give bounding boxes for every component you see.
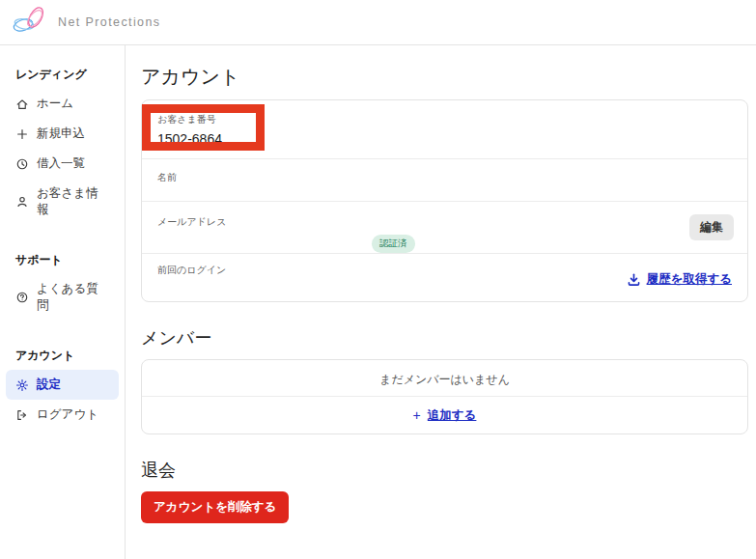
members-card: まだメンバーはいません + 追加する (141, 359, 748, 434)
account-section-title: アカウント (141, 65, 748, 89)
verified-badge: 認証済 (372, 235, 415, 253)
sidebar-item-new-application[interactable]: 新規申込 (0, 119, 125, 149)
brand-logo[interactable]: Net Protections (10, 4, 160, 41)
edit-email-button[interactable]: 編集 (689, 214, 734, 240)
name-label: 名前 (157, 171, 732, 184)
sidebar-section-support: サポート (0, 246, 125, 274)
sidebar-item-label: よくある質問 (37, 281, 109, 314)
sidebar-item-label: ホーム (37, 96, 73, 112)
sidebar-item-loan-list[interactable]: 借入一覧 (0, 149, 125, 179)
customer-number-value: 1502-6864 (157, 131, 732, 147)
plus-icon (15, 127, 29, 141)
add-member-row[interactable]: + 追加する (142, 397, 747, 433)
sidebar-section-lending: レンディング (0, 61, 125, 89)
members-empty-message: まだメンバーはいません (142, 360, 747, 397)
net-protections-logo-icon (10, 4, 52, 41)
gear-icon (15, 378, 29, 392)
download-icon (627, 272, 641, 287)
sidebar-item-customer-info[interactable]: お客さま情報 (0, 179, 125, 225)
sidebar-section-account: アカウント (0, 342, 125, 370)
sidebar-item-label: 新規申込 (37, 126, 85, 142)
sidebar-item-faq[interactable]: よくある質問 (0, 274, 125, 321)
sidebar-item-label: ログアウト (37, 406, 98, 423)
question-icon (15, 291, 29, 304)
plus-icon: + (413, 407, 421, 423)
email-row: メールアドレス 認証済 編集 (142, 202, 747, 254)
account-card: お客さま番号 1502-6864 名前 メールアドレス 認証済 編集 前回のログ… (141, 99, 748, 302)
sidebar-item-logout[interactable]: ログアウト (0, 400, 125, 430)
email-label: メールアドレス (157, 215, 732, 229)
customer-number-row: お客さま番号 1502-6864 (142, 100, 747, 159)
sidebar-item-settings[interactable]: 設定 (6, 370, 119, 400)
get-history-link[interactable]: 履歴を取得する (627, 271, 732, 288)
name-row: 名前 (142, 159, 747, 202)
members-section-title: メンバー (141, 327, 748, 349)
get-history-link-label: 履歴を取得する (647, 271, 732, 288)
top-header: Net Protections (0, 0, 756, 45)
sidebar-item-label: 借入一覧 (37, 155, 85, 172)
person-icon (15, 195, 29, 209)
delete-account-button[interactable]: アカウントを削除する (141, 491, 289, 523)
home-icon (15, 98, 29, 111)
add-member-link[interactable]: 追加する (428, 407, 477, 424)
sidebar-item-label: 設定 (37, 377, 61, 393)
last-login-row: 前回のログイン 履歴を取得する (142, 254, 747, 301)
clock-icon (15, 157, 29, 171)
brand-name: Net Protections (58, 15, 160, 29)
customer-number-label: お客さま番号 (157, 113, 732, 126)
withdrawal-section-title: 退会 (141, 460, 748, 482)
sidebar-item-label: お客さま情報 (37, 185, 109, 218)
logout-icon (15, 408, 29, 422)
sidebar-item-home[interactable]: ホーム (0, 89, 125, 119)
main-content: アカウント お客さま番号 1502-6864 名前 メールアドレス 認証済 編集… (141, 45, 748, 523)
sidebar-nav: レンディング ホーム 新規申込 借入一覧 (0, 45, 126, 559)
settings-page: Net Protections レンディング ホーム 新規申込 借 (0, 0, 756, 559)
